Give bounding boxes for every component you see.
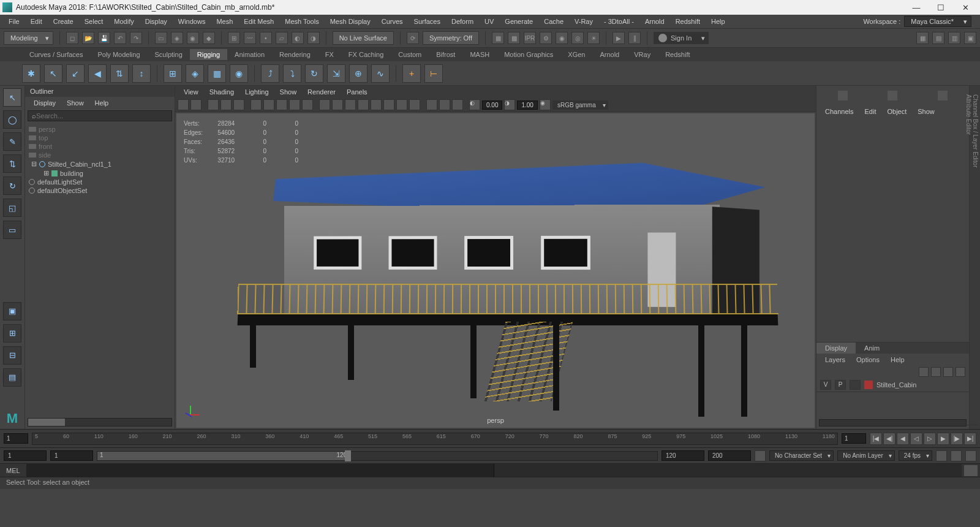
shelf-tab-animation[interactable]: Animation — [227, 49, 272, 60]
shelf-tab-poly[interactable]: Poly Modeling — [90, 49, 147, 60]
fps-dropdown[interactable]: 24 fps — [899, 450, 932, 461]
vp-resolution-gate-icon[interactable] — [276, 99, 287, 110]
anim-layer-dropdown[interactable]: No Anim Layer — [837, 450, 895, 461]
vp-grid-icon[interactable] — [251, 99, 262, 110]
vp-menu-view[interactable]: View — [179, 87, 203, 97]
shelf-orient-joint-icon[interactable]: ↕ — [132, 64, 151, 83]
vp-shaded-icon[interactable] — [332, 99, 343, 110]
shelf-tab-rigging[interactable]: Rigging — [190, 49, 227, 60]
playback-start-field[interactable]: 1 — [50, 450, 93, 461]
anim-start-field[interactable]: 1 — [4, 450, 47, 461]
layer-menu-help[interactable]: Help — [886, 355, 910, 365]
vp-2d-pan-icon[interactable] — [221, 99, 232, 110]
live-surface-dropdown[interactable]: No Live Surface — [333, 31, 394, 45]
select-object-icon[interactable]: ◉ — [187, 32, 199, 44]
select-hierarchy-icon[interactable]: ◈ — [171, 32, 183, 44]
vp-view-transform-icon[interactable]: ◉ — [540, 99, 551, 110]
expand-icon[interactable]: ⊟ — [31, 160, 37, 168]
shelf-tab-redshift[interactable]: Redshift — [658, 49, 697, 60]
symmetry-dropdown[interactable]: Symmetry: Off — [423, 31, 479, 45]
cb-icon-1[interactable] — [838, 91, 848, 100]
minimize-button[interactable]: — — [904, 3, 929, 12]
layer-up-icon[interactable] — [919, 367, 929, 377]
panel-layout-4-icon[interactable]: ▣ — [964, 32, 976, 44]
shelf-orient-constraint-icon[interactable]: ↻ — [305, 64, 323, 83]
outliner-item-building[interactable]: ⊞building — [29, 169, 171, 178]
panel-layout-2-icon[interactable]: ▤ — [932, 32, 944, 44]
cb-menu-object[interactable]: Object — [882, 107, 911, 116]
tab-channel-box[interactable]: Channel Box / Layer Editor — [972, 89, 979, 425]
shelf-scale-constraint-icon[interactable]: ⇲ — [327, 64, 345, 83]
outliner-item-front[interactable]: front — [29, 142, 171, 151]
shelf-ik-spline-icon[interactable]: ↙ — [66, 64, 85, 83]
vp-bookmark-icon[interactable] — [190, 99, 202, 110]
shelf-parent-constraint-icon[interactable]: ⤴ — [261, 64, 279, 83]
layout-single-icon[interactable]: ▣ — [3, 302, 21, 320]
outliner-item-persp[interactable]: persp — [29, 125, 171, 134]
rotate-tool[interactable]: ↻ — [3, 176, 21, 195]
layer-menu-options[interactable]: Options — [851, 355, 884, 365]
vp-isolate-icon[interactable] — [426, 99, 437, 110]
layer-tab-display[interactable]: Display — [816, 343, 856, 354]
menu-edit[interactable]: Edit — [26, 17, 47, 26]
vp-gamma-icon[interactable]: ◑ — [504, 99, 515, 110]
layer-tab-anim[interactable]: Anim — [856, 343, 888, 354]
shelf-tab-sculpt[interactable]: Sculpting — [148, 49, 190, 60]
shelf-tab-vray[interactable]: VRay — [627, 49, 658, 60]
menu-create[interactable]: Create — [48, 17, 78, 26]
shelf-skin-icon[interactable]: ◈ — [186, 64, 204, 83]
menu-surfaces[interactable]: Surfaces — [409, 17, 445, 26]
menu-mesh[interactable]: Mesh — [211, 17, 238, 26]
menu-set-dropdown[interactable]: Modeling — [4, 31, 53, 45]
hypershade-icon[interactable]: ◉ — [556, 32, 568, 44]
shelf-icon-1[interactable] — [940, 50, 949, 59]
range-handle[interactable] — [345, 450, 351, 461]
script-editor-button[interactable] — [964, 465, 978, 476]
vp-gamma-value[interactable]: 1.00 — [517, 100, 537, 110]
playblast-icon[interactable]: ▶ — [612, 32, 625, 44]
vp-image-plane-icon[interactable] — [208, 99, 219, 110]
shelf-hik-icon[interactable]: ⊞ — [164, 64, 182, 83]
shelf-tab-curves[interactable]: Curves / Surfaces — [22, 49, 90, 60]
vp-colorspace-dropdown[interactable]: sRGB gamma — [552, 100, 608, 110]
vp-safe-icon[interactable] — [302, 99, 313, 110]
save-scene-icon[interactable]: 💾 — [98, 32, 110, 44]
maximize-button[interactable]: ☐ — [929, 3, 953, 12]
select-mode-icon[interactable]: ▭ — [155, 32, 167, 44]
shelf-custom-2-icon[interactable]: ⊢ — [424, 64, 443, 83]
vp-menu-shading[interactable]: Shading — [205, 87, 239, 97]
shelf-custom-1-icon[interactable]: + — [402, 64, 421, 83]
snap-point-icon[interactable]: • — [260, 32, 272, 44]
scrollbar-thumb[interactable] — [28, 419, 65, 426]
layer-scrollbar[interactable] — [819, 419, 967, 427]
render-frame-icon[interactable]: ▩ — [508, 32, 520, 44]
play-backward-button[interactable]: ◁ — [910, 433, 922, 445]
vp-menu-show[interactable]: Show — [275, 87, 302, 97]
vp-lights-icon[interactable] — [358, 99, 369, 110]
go-to-end-button[interactable]: ▶| — [964, 433, 976, 445]
select-component-icon[interactable]: ◆ — [203, 32, 215, 44]
vp-xray-joints-icon[interactable] — [452, 99, 463, 110]
set-key-icon[interactable] — [951, 450, 962, 461]
paint-select-tool[interactable]: ✎ — [3, 132, 21, 151]
shelf-tab-arnold[interactable]: Arnold — [592, 49, 627, 60]
vp-exposure-value[interactable]: 0.00 — [482, 100, 502, 110]
layer-menu-layers[interactable]: Layers — [820, 355, 850, 365]
menu-3dtoall[interactable]: - 3DtoAll - — [599, 17, 639, 26]
layout-four-icon[interactable]: ⊞ — [3, 324, 21, 343]
shelf-cluster-icon[interactable]: ◉ — [230, 64, 248, 83]
script-language-label[interactable]: MEL — [0, 464, 27, 477]
menu-deform[interactable]: Deform — [447, 17, 478, 26]
menu-file[interactable]: File — [4, 17, 24, 26]
current-frame-field-left[interactable]: 1 — [4, 433, 28, 444]
menu-vray[interactable]: V-Ray — [570, 17, 598, 26]
menu-generate[interactable]: Generate — [500, 17, 538, 26]
shelf-tab-rendering[interactable]: Rendering — [272, 49, 318, 60]
layout-outliner-icon[interactable]: ▤ — [3, 368, 21, 387]
shelf-point-constraint-icon[interactable]: ⤵ — [283, 64, 301, 83]
layer-down-icon[interactable] — [931, 367, 941, 377]
panel-layout-3-icon[interactable]: ▥ — [948, 32, 960, 44]
character-set-dropdown[interactable]: No Character Set — [769, 450, 834, 461]
current-frame-field-right[interactable]: 1 — [842, 433, 866, 444]
layer-name[interactable]: Stilted_Cabin — [876, 381, 916, 389]
